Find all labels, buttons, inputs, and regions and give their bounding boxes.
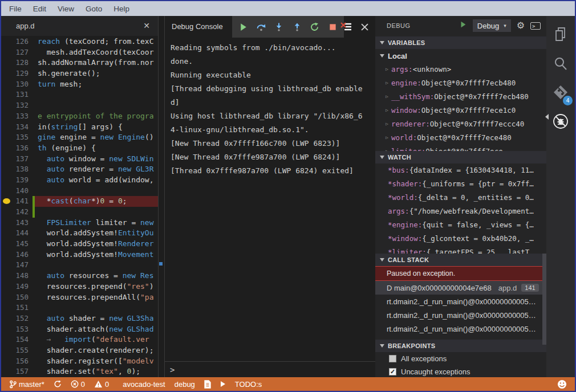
- gutter-line-number[interactable]: 135: [1, 132, 30, 143]
- expand-arrow-icon[interactable]: ▷: [386, 131, 391, 145]
- editor-line[interactable]: 136th (engine) {: [1, 143, 158, 154]
- editor-line[interactable]: 127 mesh.addTexCoord(texCoor: [1, 47, 158, 58]
- editor-line[interactable]: 149 resources.prepend("res"): [1, 281, 158, 292]
- editor-line[interactable]: 152 auto shader = new GL3Sha: [1, 313, 158, 324]
- call-stack-frame[interactable]: D main@0x00000000004e7e68app.d141: [375, 281, 546, 295]
- watch-row[interactable]: *engine: {quit = false, _views = {…: [375, 218, 546, 232]
- editor-line[interactable]: 151: [1, 303, 158, 313]
- editor-line[interactable]: 147: [1, 260, 158, 271]
- expand-arrow-icon[interactable]: ▷: [386, 90, 391, 104]
- editor-line[interactable]: 128sh.addNormalArray(from.nor: [1, 58, 158, 68]
- gutter-line-number[interactable]: 149: [1, 281, 30, 292]
- start-debug-button[interactable]: [459, 21, 467, 31]
- editor-line[interactable]: 155 shader.create(renderer);: [1, 345, 158, 356]
- editor-line[interactable]: 131: [1, 89, 158, 100]
- menu-edit[interactable]: Edit: [27, 5, 52, 13]
- todo-indicator[interactable]: TODO:s: [230, 377, 266, 391]
- variable-row[interactable]: ▷window: Object@*0x7ffff7ece1c0: [375, 104, 546, 117]
- variable-row[interactable]: ▷renderer: Object@*0x7ffff7eccc40: [375, 117, 546, 131]
- menu-goto[interactable]: Goto: [80, 5, 108, 13]
- step-into-button[interactable]: [273, 21, 285, 33]
- gutter-line-number[interactable]: 157: [1, 366, 30, 377]
- editor-line[interactable]: 137 auto window = new SDLWin: [1, 154, 158, 165]
- gutter-line-number[interactable]: 156: [1, 356, 30, 367]
- editor-scrollbar[interactable]: [158, 16, 165, 377]
- editor-line[interactable]: 141 *cast(char*)0 = 0;: [1, 196, 158, 207]
- editor-line[interactable]: 153 shader.attach(new GLShad: [1, 324, 158, 335]
- editor-line[interactable]: 130turn mesh;: [1, 79, 158, 90]
- editor-line[interactable]: 132: [1, 100, 158, 111]
- gutter-line-number[interactable]: 134: [1, 122, 30, 133]
- editor-line[interactable]: 135gine engine = new Engine(): [1, 132, 158, 143]
- breakpoint-option-row[interactable]: ✓Uncaught exceptions: [375, 365, 546, 377]
- expand-arrow-icon[interactable]: ▷: [386, 63, 391, 76]
- breakpoints-section-header[interactable]: BREAKPOINTS: [375, 340, 546, 352]
- editor-line[interactable]: 148 auto resources = new Res: [1, 271, 158, 281]
- gutter-line-number[interactable]: 132: [1, 100, 30, 111]
- run-task-button[interactable]: [216, 377, 230, 391]
- variable-row[interactable]: ▷limiter: Object@*0x7fff7ece…: [375, 145, 546, 151]
- gutter-line-number[interactable]: 145: [1, 239, 30, 250]
- gutter-line-number[interactable]: 150: [1, 292, 30, 303]
- sync-button[interactable]: [49, 377, 66, 391]
- gutter-line-number[interactable]: 136: [1, 143, 30, 154]
- expand-arrow-icon[interactable]: ▷: [386, 117, 391, 131]
- call-stack-frame[interactable]: rt.dmain2._d_run_main()@0x00000000005…: [375, 295, 546, 308]
- gutter-line-number[interactable]: 141: [1, 196, 30, 207]
- watch-row[interactable]: *limiter: {_targetFPS = 25, _lastT…: [375, 246, 546, 254]
- gutter-line-number[interactable]: 144: [1, 228, 30, 239]
- expand-arrow-icon[interactable]: ▷: [386, 145, 391, 151]
- editor-line[interactable]: 138 auto renderer = new GL3R: [1, 164, 158, 175]
- variables-section-header[interactable]: VARIABLES: [375, 36, 546, 49]
- gutter-line-number[interactable]: 137: [1, 154, 30, 165]
- error-indicator[interactable]: 0: [66, 377, 90, 391]
- restart-button[interactable]: [309, 21, 321, 33]
- debug-config-dropdown[interactable]: Debug ▾: [473, 19, 511, 32]
- gutter-line-number[interactable]: 155: [1, 345, 30, 356]
- document-icon[interactable]: [200, 377, 216, 391]
- gutter-line-number[interactable]: 151: [1, 303, 30, 313]
- step-out-button[interactable]: [291, 21, 303, 33]
- checkbox[interactable]: ✓: [389, 368, 396, 375]
- gutter-line-number[interactable]: 133: [1, 111, 30, 122]
- breakpoint-dot[interactable]: [3, 198, 10, 204]
- call-stack-frame[interactable]: rt.dmain2._d_run_main()@0x00000000005…: [375, 308, 546, 322]
- step-over-button[interactable]: [255, 21, 267, 33]
- gutter-line-number[interactable]: 152: [1, 313, 30, 324]
- code-area[interactable]: 126reach (texCoord; from.texC127 mesh.ad…: [1, 36, 158, 377]
- editor-line[interactable]: 154 → import("default.ver: [1, 334, 158, 345]
- editor-line[interactable]: 133e entrypoint of the progra: [1, 111, 158, 122]
- git-icon[interactable]: 4: [553, 84, 569, 103]
- scope-local-row[interactable]: Local: [375, 49, 546, 63]
- gutter-line-number[interactable]: 126: [1, 36, 30, 47]
- search-icon[interactable]: [553, 56, 569, 74]
- gutter-line-number[interactable]: 139: [1, 175, 30, 186]
- editor-line[interactable]: 142: [1, 207, 158, 218]
- call-stack-frame[interactable]: rt.dmain2._d_run_main()@0x00000000005…: [375, 322, 546, 336]
- editor-line[interactable]: 139 auto world = add(window,: [1, 175, 158, 186]
- watch-row[interactable]: *window: {_glcontext = 0xb40b20, _…: [375, 232, 546, 246]
- sidebar-scrollbar-thumb[interactable]: [542, 254, 546, 345]
- editor-line[interactable]: 146 world.addSystem!Movement: [1, 250, 158, 260]
- breakpoint-option-row[interactable]: All exceptions: [375, 352, 546, 365]
- clear-console-icon[interactable]: [340, 21, 352, 33]
- expand-arrow-icon[interactable]: ▷: [386, 104, 391, 117]
- gutter-line-number[interactable]: 148: [1, 271, 30, 281]
- watch-section-header[interactable]: WATCH: [375, 151, 546, 164]
- continue-button[interactable]: [237, 21, 250, 33]
- project-name[interactable]: avocado-test: [118, 377, 169, 391]
- stop-button[interactable]: [326, 21, 339, 33]
- open-console-icon[interactable]: >: [530, 22, 541, 30]
- checkbox[interactable]: [389, 355, 396, 362]
- variable-row[interactable]: ▷args: <unknown>: [375, 63, 546, 76]
- debug-icon[interactable]: [552, 113, 569, 132]
- editor-line[interactable]: 144 world.addSystem!EntityOu: [1, 228, 158, 239]
- close-tab-icon[interactable]: ✕: [143, 21, 150, 31]
- debug-configuration[interactable]: debug: [170, 377, 200, 391]
- watch-row[interactable]: *shader: {_uniforms = {ptr = 0x7ff…: [375, 177, 546, 191]
- gutter-line-number[interactable]: 153: [1, 324, 30, 335]
- editor-line[interactable]: 140: [1, 186, 158, 197]
- editor-line[interactable]: 134in(string[] args) {: [1, 122, 158, 133]
- gutter-line-number[interactable]: 129: [1, 68, 30, 79]
- gutter-line-number[interactable]: 147: [1, 260, 30, 271]
